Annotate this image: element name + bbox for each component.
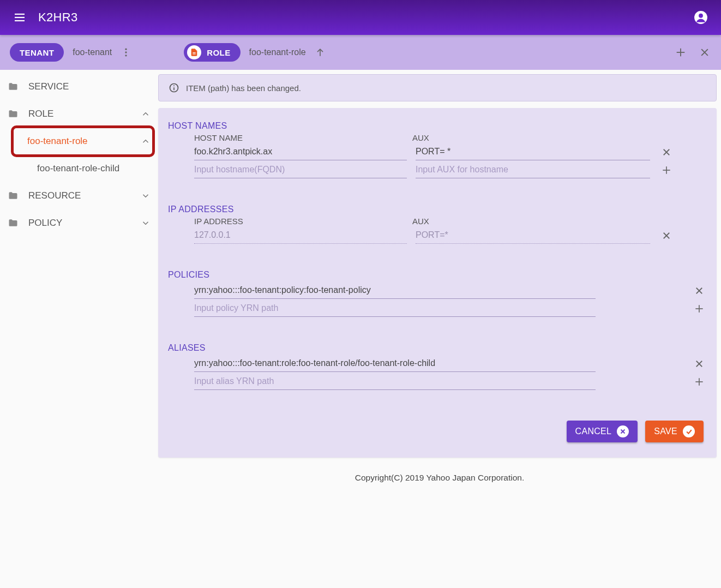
section-title-aliases: ALIASES — [168, 343, 707, 353]
sidebar-item-role[interactable]: ROLE — [0, 100, 158, 128]
user-icon[interactable] — [694, 10, 708, 25]
close-icon[interactable] — [698, 46, 711, 59]
sidebar-item-resource[interactable]: RESOURCE — [0, 182, 158, 209]
section-title-hostnames: HOST NAMES — [168, 121, 707, 131]
app-title: K2HR3 — [38, 10, 77, 25]
delete-icon[interactable] — [659, 231, 674, 241]
svg-rect-9 — [193, 53, 196, 54]
add-icon[interactable] — [692, 303, 707, 314]
save-button[interactable]: SAVE — [645, 421, 704, 442]
cancel-button-label: CANCEL — [575, 427, 612, 436]
sidebar-item-label: RESOURCE — [28, 190, 141, 201]
sidebar-item-label: foo-tenant-role — [27, 136, 141, 147]
hostname-row — [168, 143, 707, 160]
hostname-new-input[interactable] — [194, 161, 407, 178]
save-button-label: SAVE — [654, 427, 677, 436]
add-icon[interactable] — [659, 165, 674, 176]
svg-rect-8 — [193, 52, 196, 53]
sidebar-item-label: foo-tenant-role-child — [37, 163, 119, 174]
role-chip[interactable]: ROLE — [184, 43, 240, 62]
section-title-ips: IP ADDRESSES — [168, 205, 707, 214]
sidebar-item-label: ROLE — [28, 109, 141, 119]
cancel-circle-icon — [617, 425, 629, 437]
footer-text: Copyright(C) 2019 Yahoo Japan Corporatio… — [158, 458, 721, 488]
chevron-up-icon — [141, 109, 151, 119]
delete-icon[interactable] — [692, 286, 707, 296]
alias-new-input[interactable] — [194, 373, 596, 390]
hostname-aux-input[interactable] — [416, 143, 650, 160]
column-header-host: HOST NAME — [194, 133, 412, 142]
sidebar-item-foo-tenant-role[interactable]: foo-tenant-role — [0, 128, 158, 155]
ip-row — [168, 227, 707, 244]
hostname-input[interactable] — [194, 143, 407, 160]
sidebar-item-policy[interactable]: POLICY — [0, 209, 158, 237]
path-bar: TENANT foo-tenant ROLE foo-tenant-role — [0, 35, 721, 70]
app-header: K2HR3 — [0, 0, 721, 35]
policy-input[interactable] — [194, 282, 596, 299]
notice-bar: ITEM (path) has been changed. — [158, 74, 717, 101]
tenant-name: foo-tenant — [73, 47, 112, 57]
chevron-up-icon — [141, 136, 151, 146]
tenant-more-icon[interactable] — [121, 47, 131, 58]
selected-highlight: foo-tenant-role — [0, 128, 158, 155]
hostname-new-aux-input[interactable] — [416, 161, 650, 178]
section-title-policies: POLICIES — [168, 270, 707, 280]
sidebar-item-foo-tenant-role-child[interactable]: foo-tenant-role-child — [0, 155, 158, 182]
notice-text: ITEM (path) has been changed. — [186, 83, 301, 93]
info-icon — [169, 82, 179, 93]
sidebar-item-label: SERVICE — [28, 81, 151, 92]
chevron-down-icon — [141, 191, 151, 201]
delete-icon[interactable] — [659, 147, 674, 157]
chevron-down-icon — [141, 218, 151, 228]
svg-point-6 — [125, 51, 127, 53]
folder-icon — [8, 218, 19, 229]
alias-new-row — [168, 373, 707, 390]
svg-point-4 — [699, 14, 703, 18]
folder-icon — [8, 190, 19, 201]
role-badge-icon — [187, 45, 201, 59]
alias-input[interactable] — [194, 355, 596, 372]
add-icon[interactable] — [692, 376, 707, 387]
save-check-icon — [683, 425, 695, 437]
sidebar-item-label: POLICY — [28, 218, 141, 229]
main-content: ITEM (path) has been changed. HOST NAMES… — [158, 70, 721, 488]
hostname-new-row — [168, 161, 707, 178]
policy-row — [168, 282, 707, 299]
policy-new-row — [168, 300, 707, 317]
sidebar: SERVICE ROLE foo-tenant-role foo-tenant-… — [0, 70, 158, 488]
folder-icon — [8, 81, 19, 92]
up-icon[interactable] — [315, 47, 326, 58]
ip-aux-input — [416, 227, 650, 244]
menu-icon[interactable] — [13, 11, 26, 24]
role-name: foo-tenant-role — [249, 47, 306, 57]
role-chip-label: ROLE — [207, 48, 230, 57]
svg-point-5 — [125, 49, 127, 50]
cancel-button[interactable]: CANCEL — [567, 421, 638, 442]
add-icon[interactable] — [674, 46, 687, 59]
delete-icon[interactable] — [692, 359, 707, 369]
tenant-chip[interactable]: TENANT — [10, 43, 64, 62]
column-header-ip: IP ADDRESS — [194, 217, 412, 226]
edit-panel: HOST NAMES HOST NAME AUX IP ADDRESSES IP… — [158, 108, 717, 458]
folder-icon — [8, 109, 19, 119]
column-header-aux: AUX — [412, 217, 707, 226]
svg-point-17 — [173, 85, 175, 86]
column-header-aux: AUX — [412, 133, 707, 142]
alias-row — [168, 355, 707, 372]
svg-point-7 — [125, 55, 127, 56]
policy-new-input[interactable] — [194, 300, 596, 317]
sidebar-item-service[interactable]: SERVICE — [0, 73, 158, 100]
ip-input — [194, 227, 407, 244]
